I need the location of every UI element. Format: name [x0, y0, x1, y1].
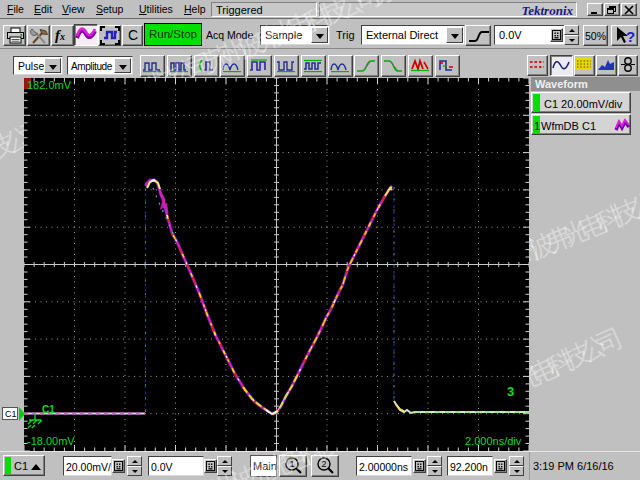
svg-text:?: ?: [626, 28, 635, 45]
svg-text:2: 2: [321, 459, 326, 469]
svg-text:1: 1: [289, 459, 294, 469]
